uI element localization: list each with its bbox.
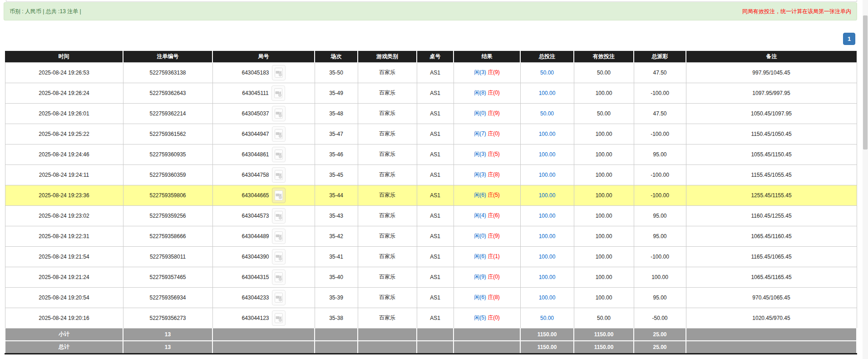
total-bet-link[interactable]: 100.00 bbox=[539, 90, 556, 96]
session-cell: 35-41 bbox=[315, 246, 358, 267]
pagination: 1 bbox=[843, 33, 855, 45]
pagination-page-button[interactable]: 1 bbox=[843, 33, 855, 45]
payout-cell: 95.00 bbox=[634, 205, 686, 226]
total-bet-cell: 50.00 bbox=[520, 308, 574, 328]
round-no-text: 643045037 bbox=[242, 110, 269, 117]
bet-id-cell: 522759359806 bbox=[123, 185, 212, 205]
game-type-cell: 百家乐 bbox=[358, 308, 417, 328]
game-type-cell: 百家乐 bbox=[358, 287, 417, 308]
remark-cell: 1165.45/1065.45 bbox=[686, 246, 857, 267]
valid-bet-cell: 50.00 bbox=[574, 103, 634, 124]
session-cell: 35-40 bbox=[315, 267, 358, 287]
table-row: 2025-08-24 19:24:11522759360359643044758… bbox=[5, 165, 857, 185]
total-bet-cell: 100.00 bbox=[520, 226, 574, 246]
total-bet-link[interactable]: 100.00 bbox=[539, 274, 556, 280]
table-row: 2025-08-24 19:23:36522759359806643044665… bbox=[5, 185, 857, 205]
round-no-text: 643045183 bbox=[242, 70, 269, 76]
table-no-cell: AS1 bbox=[417, 226, 454, 246]
table-no-cell: AS1 bbox=[417, 144, 454, 165]
column-header-8: 总投注 bbox=[520, 51, 574, 62]
player-result: 闲(7) bbox=[474, 130, 486, 137]
total-bet-link[interactable]: 100.00 bbox=[539, 151, 556, 158]
valid-bet-cell: 100.00 bbox=[574, 205, 634, 226]
round-no-cell bbox=[212, 341, 315, 354]
video-icon-button[interactable] bbox=[272, 249, 286, 264]
total-bet-link[interactable]: 100.00 bbox=[539, 192, 556, 199]
video-icon-button[interactable] bbox=[272, 65, 286, 80]
table-header-row: 时间注单编号局号场次游戏类别桌号结果总投注有效投注总派彩备注 bbox=[5, 51, 857, 62]
video-icon-button[interactable] bbox=[272, 208, 286, 224]
total-bet-cell: 50.00 bbox=[520, 62, 574, 83]
video-icon-button[interactable] bbox=[272, 167, 286, 183]
game-type-cell: 百家乐 bbox=[358, 185, 417, 205]
video-icon-button[interactable] bbox=[272, 106, 286, 121]
round-no-wrap: 643044390 bbox=[242, 249, 285, 264]
video-icon-button[interactable] bbox=[272, 310, 286, 326]
round-no-text: 643044861 bbox=[242, 151, 269, 158]
total-bet-link[interactable]: 100.00 bbox=[539, 254, 556, 260]
player-result: 闲(9) bbox=[474, 274, 486, 280]
video-icon-button[interactable] bbox=[272, 269, 286, 285]
video-icon bbox=[274, 88, 282, 98]
round-no-text: 643044390 bbox=[242, 254, 269, 260]
remark-cell bbox=[686, 328, 857, 341]
round-no-wrap: 643044573 bbox=[242, 208, 285, 224]
valid-bet-cell: 100.00 bbox=[574, 267, 634, 287]
round-no-wrap: 643044315 bbox=[242, 269, 285, 285]
bet-id-cell: 522759363138 bbox=[123, 62, 212, 83]
session-cell bbox=[315, 341, 358, 354]
round-no-cell: 643044489 bbox=[212, 226, 315, 246]
video-icon bbox=[275, 252, 283, 262]
total-bet-link[interactable]: 50.00 bbox=[540, 70, 554, 76]
remark-cell: 1150.45/1050.45 bbox=[686, 124, 857, 144]
round-no-wrap: 643044947 bbox=[242, 126, 285, 142]
table-no-cell: AS1 bbox=[417, 287, 454, 308]
total-bet-link[interactable]: 100.00 bbox=[539, 172, 556, 178]
time-cell: 2025-08-24 19:26:24 bbox=[5, 83, 123, 103]
session-cell: 35-42 bbox=[315, 226, 358, 246]
video-icon-button[interactable] bbox=[272, 147, 286, 162]
player-result: 闲(0) bbox=[474, 110, 486, 116]
total-bet-link[interactable]: 100.00 bbox=[539, 213, 556, 219]
game-type-cell: 百家乐 bbox=[358, 205, 417, 226]
video-icon-button[interactable] bbox=[272, 229, 286, 244]
player-result: 闲(3) bbox=[474, 69, 486, 75]
round-no-wrap: 643044758 bbox=[242, 167, 285, 183]
total-bet-cell: 100.00 bbox=[520, 144, 574, 165]
vertical-scrollbar[interactable] bbox=[863, 0, 868, 359]
table-body: 2025-08-24 19:26:53522759363138643045183… bbox=[5, 62, 857, 328]
remark-cell: 997.95/1045.45 bbox=[686, 62, 857, 83]
scrollbar-thumb[interactable] bbox=[863, 15, 868, 150]
total-bet-link[interactable]: 50.00 bbox=[540, 315, 554, 321]
banker-result: 庄(5) bbox=[488, 192, 500, 198]
banker-result: 庄(9) bbox=[488, 233, 500, 239]
time-cell: 2025-08-24 19:22:31 bbox=[5, 226, 123, 246]
session-cell: 35-44 bbox=[315, 185, 358, 205]
valid-bet-cell: 100.00 bbox=[574, 83, 634, 103]
remark-cell: 1055.45/1150.45 bbox=[686, 144, 857, 165]
player-result: 闲(4) bbox=[474, 212, 486, 219]
video-icon-button[interactable] bbox=[272, 188, 286, 203]
video-icon-button[interactable] bbox=[272, 126, 286, 142]
video-icon-button[interactable] bbox=[272, 290, 286, 305]
table-no-cell bbox=[417, 328, 454, 341]
payout-cell: 95.00 bbox=[634, 287, 686, 308]
time-cell: 2025-08-24 19:26:53 bbox=[5, 62, 123, 83]
round-no-text: 643044758 bbox=[242, 172, 269, 178]
video-icon-button[interactable] bbox=[271, 85, 285, 101]
banker-result: 庄(0) bbox=[488, 130, 500, 137]
bet-id-cell: 522759358011 bbox=[123, 246, 212, 267]
result-cell: 闲(7) 庄(0) bbox=[454, 124, 520, 144]
game-type-cell: 百家乐 bbox=[358, 62, 417, 83]
total-bet-link[interactable]: 100.00 bbox=[539, 233, 556, 239]
total-bet-link[interactable]: 100.00 bbox=[539, 131, 556, 137]
total-bet-link[interactable]: 50.00 bbox=[540, 110, 554, 117]
session-cell: 35-49 bbox=[315, 83, 358, 103]
total-row-total-bet: 1150.00 bbox=[520, 341, 574, 354]
table-row: 2025-08-24 19:23:02522759359256643044573… bbox=[5, 205, 857, 226]
total-bet-link[interactable]: 100.00 bbox=[539, 294, 556, 301]
valid-bet-cell: 50.00 bbox=[574, 62, 634, 83]
banker-result: 庄(9) bbox=[488, 69, 500, 75]
time-cell: 2025-08-24 19:24:46 bbox=[5, 144, 123, 165]
result-cell bbox=[454, 341, 520, 354]
